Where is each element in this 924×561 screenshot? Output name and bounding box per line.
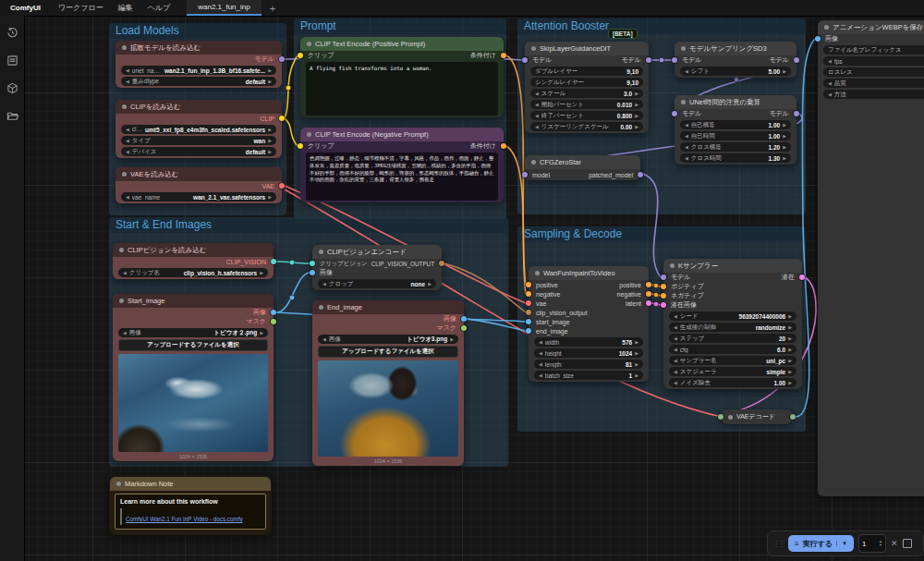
docs-link[interactable]: ComfyUI Wan2.1 Fun InP Video - docs.comf… [126,516,243,522]
widget-increment-arrow[interactable]: ▶ [268,67,272,73]
widget-device[interactable]: ◀デバイスdefault▶ [121,147,276,156]
node-clip-vision-encode[interactable]: CLIPビジョンエンコード クリップビジョンCLIP_VISION_OUTPUT… [312,245,442,290]
widget-vae_name[interactable]: ◀vae_namewan_2.1_vae.safetensors▶ [121,192,276,201]
clip-vision-input-dot[interactable] [310,261,315,266]
model-input-dot[interactable] [672,57,677,63]
widget-unet_name[interactable]: ◀unet_namewan2.1_fun_inp_1.3B_bf16.safet… [121,66,276,75]
widget-decrement-arrow[interactable]: ◀ [322,336,326,342]
widget-increment-arrow[interactable]: ▶ [268,127,272,132]
widget-decrement-arrow[interactable]: ◀ [685,68,688,74]
widget-increment-arrow[interactable]: ▶ [268,149,272,154]
widget-decrement-arrow[interactable]: ◀ [535,102,539,107]
chevron-down-icon[interactable]: ▼ [836,541,847,546]
widget-decrement-arrow[interactable]: ◀ [322,281,326,287]
widget-fps[interactable]: ◀fps▶ [823,56,924,66]
widget-batch_size[interactable]: ◀batch_size1▶ [534,371,643,380]
widget-decrement-arrow[interactable]: ◀ [126,138,129,143]
image-output-dot[interactable] [461,316,467,322]
node-header[interactable]: CLIPビジョンを読み込む [113,243,274,257]
widget-decrement-arrow[interactable]: ◀ [674,324,677,330]
workflow-history-icon[interactable] [6,27,18,39]
widget-increment-arrow[interactable]: ▶ [450,336,454,342]
widget-increment-arrow[interactable]: ▶ [783,133,786,139]
node-header[interactable]: End_image [312,300,464,314]
widget-increment-arrow[interactable]: ▶ [268,79,272,84]
widget-increment-arrow[interactable]: ▶ [788,369,792,374]
conditioning-output-dot[interactable] [501,53,506,58]
node-clip-text-encode-negative[interactable]: CLIP Text Encode (Negative Prompt) クリップ条… [300,128,504,202]
clip-input-dot[interactable] [298,53,303,58]
node-header[interactable]: CLIPビジョンエンコード [312,245,442,259]
widget-single_layers[interactable]: シングルレイヤー9,10 [530,78,643,87]
clip-vision-output-output-dot[interactable] [439,261,444,266]
negative-input-dot[interactable] [661,293,666,299]
clip-vision-output-dot[interactable] [271,259,276,264]
queue-icon[interactable] [6,55,18,67]
widget-increment-arrow[interactable]: ▶ [783,68,786,74]
widget-lossless[interactable]: ロスレス [823,67,924,77]
image-input-dot[interactable] [310,270,315,275]
widget-increment-arrow[interactable]: ▶ [635,113,638,118]
widget-increment-arrow[interactable]: ▶ [635,124,638,129]
node-header[interactable]: VAEを読み込む [116,167,282,181]
widget-decrement-arrow[interactable]: ◀ [123,330,127,335]
widget-decrement-arrow[interactable]: ◀ [674,369,677,374]
batch-count-stepper[interactable]: 1 ▲▼ [858,534,886,553]
collapsed-input-dot[interactable] [718,414,723,420]
widget-clip_name[interactable]: ◀clip名umt5_xxl_fp8_e4m3fn_scaled.safeten… [121,125,276,134]
start-image-input-dot[interactable] [526,319,531,324]
widget-decrement-arrow[interactable]: ◀ [126,79,129,84]
model-output-dot[interactable] [279,56,285,62]
widget-length[interactable]: ◀length81▶ [534,360,643,369]
widget-decrement-arrow[interactable]: ◀ [674,335,677,341]
widget-height[interactable]: ◀height1024▶ [534,348,643,358]
widget-decrement-arrow[interactable]: ◀ [126,149,129,154]
node-start-image[interactable]: Start_image 画像 マスク ◀画像トビウオ２.png▶ アップロードす… [113,294,274,461]
model-input-dot[interactable] [672,111,677,116]
widget-decrement-arrow[interactable]: ◀ [674,313,677,319]
node-header[interactable]: CLIPを読み込む [116,100,282,114]
widget-increment-arrow[interactable]: ▶ [268,138,272,143]
model-output-dot[interactable] [794,57,799,63]
node-header[interactable]: 拡散モデルを読み込む [116,41,282,55]
widget-control_after_generate[interactable]: ◀生成後の制御randomize▶ [669,323,796,332]
widget-filename_prefix[interactable]: ファイル名プレフィックス [823,45,924,55]
widget-decrement-arrow[interactable]: ◀ [126,67,129,73]
node-load-clip-vision[interactable]: CLIPビジョンを読み込む CLIP_VISION ◀クリップ名clip_vis… [113,243,274,279]
widget-width[interactable]: ◀width576▶ [534,337,643,347]
model-input-dot[interactable] [522,57,528,63]
latent-output-dot[interactable] [799,274,805,280]
node-header[interactable]: WanFunInpaintToVideo [529,266,649,280]
node-skiplayerguidancedit[interactable]: SkipLayerGuidanceDiT モデルモデル ダブルレイヤー9,10シ… [525,42,649,133]
vae-output-dot[interactable] [279,183,285,189]
vae-input-dot[interactable] [526,300,531,306]
widget-steps[interactable]: ◀ステップ20▶ [669,334,796,343]
widget-image[interactable]: ◀画像トビウオ２.png▶ [118,328,268,337]
latent-image-input-dot[interactable] [661,302,666,308]
widget-self_temporal[interactable]: ◀自己時間1.00▶ [680,131,791,140]
negative-output-dot[interactable] [646,291,651,297]
widget-cfg[interactable]: ◀cfg6.0▶ [669,345,796,354]
end-image-input-dot[interactable] [526,328,531,334]
node-header[interactable]: UNet時間的注意の乗算 [675,95,796,109]
node-header[interactable]: CFGZeroStar [525,155,640,169]
widget-crop[interactable]: ◀クロップnone▶ [318,279,436,288]
node-unet-temporal-attention-multiply[interactable]: UNet時間的注意の乗算 モデルモデル ◀自己構造1.00▶◀自己時間1.00▶… [675,95,796,165]
widget-increment-arrow[interactable]: ▶ [788,347,792,352]
widget-decrement-arrow[interactable]: ◀ [828,91,832,97]
widget-increment-arrow[interactable]: ▶ [788,380,792,385]
widget-increment-arrow[interactable]: ▶ [635,102,638,107]
widget-self_structural[interactable]: ◀自己構造1.00▶ [680,120,791,129]
mask-output-dot[interactable] [461,325,467,331]
widget-scale[interactable]: ◀スケール3.0▶ [530,89,643,98]
widget-decrement-arrow[interactable]: ◀ [828,80,832,86]
widget-increment-arrow[interactable]: ▶ [788,335,792,341]
clip-input-dot[interactable] [298,143,303,149]
node-load-diffusion-model[interactable]: 拡散モデルを読み込む モデル ◀unet_namewan2.1_fun_inp_… [116,41,282,88]
node-load-clip[interactable]: CLIPを読み込む CLIP ◀clip名umt5_xxl_fp8_e4m3fn… [116,100,282,158]
model-output-dot[interactable] [794,111,799,116]
widget-decrement-arrow[interactable]: ◀ [126,194,129,200]
widget-increment-arrow[interactable]: ▶ [635,361,638,367]
widget-increment-arrow[interactable]: ▶ [635,350,638,356]
stop-icon[interactable] [903,539,912,548]
